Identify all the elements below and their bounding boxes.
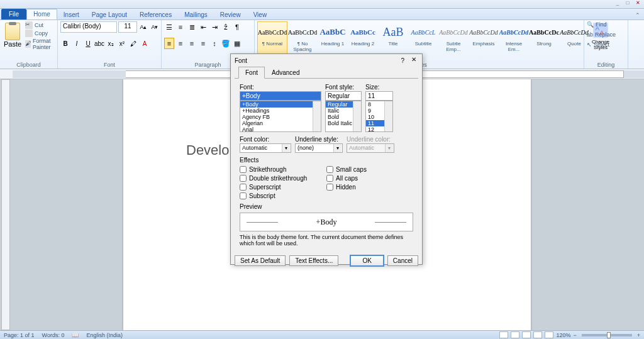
status-language[interactable]: English (India) [86,332,123,338]
effect-checkbox[interactable]: Subscript [240,192,326,199]
style-item[interactable]: AaBbCcDdIntense Em... [499,21,529,55]
ribbon-minimize-icon[interactable]: ⌃ [631,11,644,19]
tab-file[interactable]: File [1,9,26,19]
zoom-percent[interactable]: 120% [556,332,570,338]
font-listbox[interactable]: +Body+HeadingsAgency FBAlgerianArial [240,101,321,132]
checkbox-input[interactable] [326,166,333,173]
size-list-item[interactable]: 12 [366,126,392,132]
font-list-item[interactable]: +Headings [240,108,321,114]
checkbox-input[interactable] [326,175,333,182]
superscript-button[interactable]: x² [117,38,127,49]
zoom-out-button[interactable]: − [573,332,576,338]
effect-checkbox[interactable]: Double strikethrough [240,175,326,182]
dialog-close-button[interactable]: ✕ [409,56,418,65]
style-item[interactable]: AaBbCcDd¶ Normal [257,21,287,55]
decrease-indent-button[interactable]: ⇤ [198,21,208,33]
style-item[interactable]: AaBTitle [378,21,408,55]
effect-checkbox[interactable]: All caps [326,175,413,182]
zoom-in-button[interactable]: + [637,332,640,338]
highlight-button[interactable]: 🖍 [128,38,138,49]
ok-button[interactable]: OK [350,255,383,266]
size-list-item[interactable]: 11 [366,120,392,126]
font-list-item[interactable]: +Body [240,101,321,108]
copy-button[interactable]: Copy [25,30,55,37]
vertical-ruler[interactable] [1,79,10,330]
underline-button[interactable]: U [83,38,93,49]
tab-references[interactable]: References [133,10,178,19]
cancel-button[interactable]: Cancel [387,255,418,266]
size-list-item[interactable]: 9 [366,108,392,114]
format-painter-button[interactable]: 🖌Format Painter [25,38,55,50]
underline-style-dropdown[interactable]: (none) [295,143,343,153]
replace-button[interactable]: abReplace [587,31,616,38]
checkbox-input[interactable] [240,192,247,199]
tab-page-layout[interactable]: Page Layout [86,10,133,19]
select-button[interactable]: ↖Select [587,42,609,48]
font-color-dropdown[interactable]: Automatic [240,143,291,153]
window-close-button[interactable]: ✕ [633,0,643,8]
shrink-font-button[interactable]: A▾ [150,21,160,33]
view-full-screen-button[interactable] [511,331,519,338]
size-input[interactable] [365,91,393,101]
size-list-item[interactable]: 10 [366,114,392,120]
multilevel-button[interactable]: ≣ [187,21,197,33]
font-list-item[interactable]: Arial [240,126,321,132]
tab-insert[interactable]: Insert [57,10,86,19]
checkbox-input[interactable] [240,166,247,173]
style-item[interactable]: AaBbCcDdSubtle Emp... [438,21,469,55]
style-item[interactable]: AaBbCcHeading 2 [348,21,378,55]
style-list-item[interactable]: Italic [326,108,361,114]
sort-button[interactable]: ẑ [221,21,231,33]
subscript-button[interactable]: x₂ [106,38,116,49]
status-page[interactable]: Page: 1 of 1 [4,332,35,338]
minimize-button[interactable]: _ [613,0,623,8]
maximize-button[interactable]: □ [623,0,633,8]
size-list-item[interactable]: 8 [366,101,392,108]
cut-button[interactable]: ✂Cut [25,21,55,29]
shading-button[interactable]: 🪣 [221,38,231,49]
font-input[interactable] [240,91,321,101]
style-item[interactable]: AaBbCcDcStrong [529,21,559,55]
align-left-button[interactable]: ≡ [164,38,174,49]
dialog-help-button[interactable]: ? [401,57,404,64]
tab-mailings[interactable]: Mailings [178,10,214,19]
style-item[interactable]: AaBbCHeading 1 [318,21,348,55]
tab-review[interactable]: Review [214,10,247,19]
line-spacing-button[interactable]: ↕ [209,38,219,49]
style-gallery[interactable]: AaBbCcDd¶ NormalAaBbCcDd¶ No SpacingAaBb… [257,21,589,55]
tab-home[interactable]: Home [26,9,57,19]
effect-checkbox[interactable]: Superscript [240,184,326,191]
checkbox-input[interactable] [326,184,333,191]
effect-checkbox[interactable]: Strikethrough [240,166,326,173]
grow-font-button[interactable]: A▴ [138,21,148,33]
strikethrough-button[interactable]: abc [94,38,104,49]
style-list-item[interactable]: Bold Italic [326,120,361,126]
font-name-dropdown[interactable]: Calibri (Body) [60,21,117,33]
paste-button[interactable]: Paste [3,21,23,49]
numbering-button[interactable]: ≡ [175,21,186,33]
align-center-button[interactable]: ≡ [175,38,186,49]
justify-button[interactable]: ≡ [198,38,208,49]
style-list-item[interactable]: Bold [326,114,361,120]
checkbox-input[interactable] [240,184,247,191]
view-draft-button[interactable] [545,331,553,338]
font-list-item[interactable]: Algerian [240,120,321,126]
style-item[interactable]: AaBbCcDd¶ No Spacing [287,21,318,55]
italic-button[interactable]: I [72,38,82,49]
zoom-slider[interactable] [582,334,632,336]
dialog-tab-advanced[interactable]: Advanced [265,67,306,79]
view-web-layout-button[interactable] [522,331,531,338]
style-list-item[interactable]: Regular [326,101,361,108]
align-right-button[interactable]: ≡ [187,38,197,49]
size-listbox[interactable]: 89101112 [365,101,393,132]
font-color-button[interactable]: A [140,38,150,49]
style-item[interactable]: AaBbCcDdEmphasis [469,21,499,55]
status-words[interactable]: Words: 0 [42,332,65,338]
effect-checkbox[interactable]: Small caps [326,166,413,173]
style-listbox[interactable]: RegularItalicBoldBold Italic [325,101,362,132]
font-size-dropdown[interactable]: 11 [118,21,137,33]
view-outline-button[interactable] [533,331,542,338]
bullets-button[interactable]: ☰ [164,21,174,33]
style-input[interactable] [325,91,362,101]
set-default-button[interactable]: Set As Default [235,255,286,266]
